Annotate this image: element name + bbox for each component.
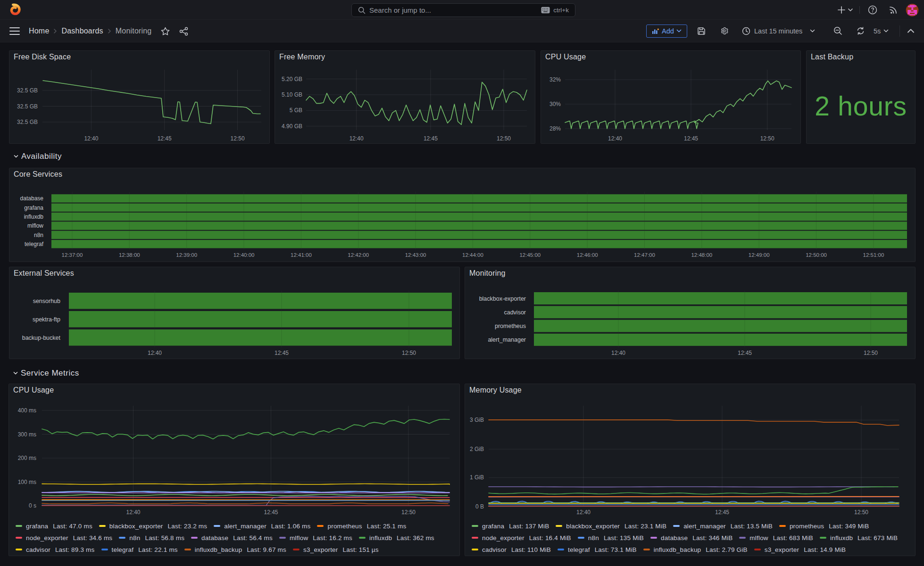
svg-text:12:45: 12:45	[275, 350, 289, 356]
svg-text:28%: 28%	[549, 125, 561, 132]
svg-text:12:50: 12:50	[760, 135, 774, 142]
svg-text:1 GiB: 1 GiB	[470, 474, 484, 481]
svg-text:12:51:00: 12:51:00	[863, 252, 884, 258]
svg-text:12:38:00: 12:38:00	[119, 252, 140, 258]
svg-text:4.90 GB: 4.90 GB	[282, 123, 302, 130]
svg-text:12:40: 12:40	[126, 509, 140, 516]
svg-text:12:40: 12:40	[84, 135, 98, 142]
svg-text:12:40: 12:40	[350, 135, 364, 142]
svg-text:alert_manager: alert_manager	[488, 336, 526, 343]
svg-text:12:41:00: 12:41:00	[291, 252, 312, 258]
svg-text:12:39:00: 12:39:00	[176, 252, 197, 258]
svg-text:12:45: 12:45	[264, 509, 278, 516]
svg-text:cadvisor: cadvisor	[504, 309, 526, 316]
svg-text:100 ms: 100 ms	[18, 479, 36, 485]
svg-text:12:45:00: 12:45:00	[519, 252, 541, 258]
svg-text:n8n: n8n	[34, 232, 43, 238]
svg-text:200 ms: 200 ms	[18, 455, 36, 461]
svg-text:backup-bucket: backup-bucket	[22, 335, 61, 341]
svg-text:12:50: 12:50	[854, 509, 868, 516]
svg-text:3 GiB: 3 GiB	[470, 417, 484, 423]
svg-text:32.5 GB: 32.5 GB	[17, 119, 38, 125]
svg-text:12:47:00: 12:47:00	[634, 252, 655, 258]
svg-text:telegraf: telegraf	[25, 241, 44, 247]
svg-text:5.20 GB: 5.20 GB	[282, 76, 302, 82]
svg-text:12:43:00: 12:43:00	[405, 252, 426, 258]
svg-text:12:45: 12:45	[158, 135, 172, 142]
svg-text:400 ms: 400 ms	[18, 407, 36, 414]
svg-text:12:46:00: 12:46:00	[577, 252, 598, 258]
svg-text:blackbox-exporter: blackbox-exporter	[479, 295, 526, 302]
svg-text:12:45: 12:45	[738, 350, 752, 356]
svg-text:12:50: 12:50	[231, 135, 245, 142]
svg-text:12:50: 12:50	[864, 350, 878, 356]
svg-text:12:40: 12:40	[576, 509, 591, 516]
svg-text:12:40: 12:40	[148, 350, 162, 356]
svg-text:32.5 GB: 32.5 GB	[17, 87, 38, 94]
svg-text:32%: 32%	[549, 76, 561, 83]
svg-text:12:45: 12:45	[715, 509, 729, 516]
svg-text:300 ms: 300 ms	[18, 431, 36, 438]
svg-text:12:50: 12:50	[402, 350, 416, 356]
svg-text:12:50: 12:50	[401, 509, 416, 516]
svg-text:5 GB: 5 GB	[290, 107, 302, 114]
svg-text:12:44:00: 12:44:00	[462, 252, 483, 258]
svg-text:12:40: 12:40	[611, 350, 625, 356]
svg-text:32.5 GB: 32.5 GB	[17, 103, 38, 110]
svg-text:sensorhub: sensorhub	[33, 298, 60, 304]
svg-text:grafana: grafana	[24, 205, 43, 211]
svg-text:30%: 30%	[549, 101, 561, 107]
svg-text:2 GiB: 2 GiB	[470, 446, 484, 452]
svg-text:12:45: 12:45	[424, 135, 438, 142]
svg-text:mlflow: mlflow	[27, 222, 43, 229]
svg-text:12:40:00: 12:40:00	[233, 252, 255, 258]
svg-text:influxdb: influxdb	[24, 213, 44, 220]
svg-text:12:40: 12:40	[608, 135, 622, 142]
svg-text:12:50:00: 12:50:00	[806, 252, 827, 258]
svg-text:12:37:00: 12:37:00	[62, 252, 83, 258]
svg-text:12:49:00: 12:49:00	[749, 252, 770, 258]
svg-text:12:45: 12:45	[684, 135, 698, 142]
svg-text:12:50: 12:50	[497, 135, 511, 142]
svg-text:database: database	[20, 195, 44, 202]
svg-text:5.10 GB: 5.10 GB	[282, 91, 302, 98]
svg-text:12:42:00: 12:42:00	[348, 252, 369, 258]
svg-text:spektra-ftp: spektra-ftp	[33, 316, 60, 323]
svg-text:12:48:00: 12:48:00	[691, 252, 712, 258]
svg-text:prometheus: prometheus	[495, 323, 526, 329]
svg-text:0 s: 0 s	[29, 502, 36, 509]
svg-text:0 B: 0 B	[475, 503, 484, 510]
